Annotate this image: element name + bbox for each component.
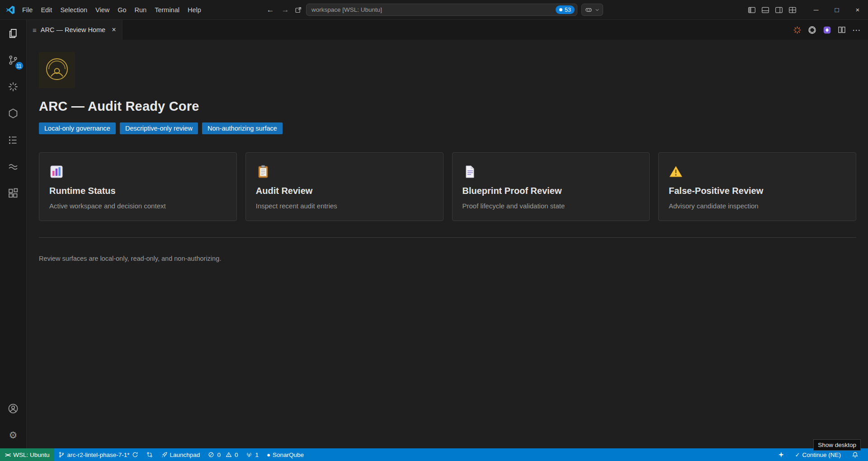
command-center-badge[interactable]: 53 <box>556 5 575 14</box>
problems-item[interactable]: 0 0 <box>204 448 242 461</box>
chevron-down-icon <box>595 8 599 12</box>
review-home-webview: ARC — Audit Ready Core Local-only govern… <box>27 40 868 262</box>
toggle-panel-icon[interactable] <box>761 6 769 14</box>
menu-terminal[interactable]: Terminal <box>151 6 184 14</box>
ports-count: 1 <box>255 452 259 458</box>
close-button[interactable]: × <box>847 0 868 19</box>
bar-chart-icon <box>49 165 64 179</box>
remote-label: WSL: Ubuntu <box>13 452 49 458</box>
forward-icon[interactable]: → <box>280 5 291 14</box>
command-center-search[interactable]: workspace [WSL: Ubuntu] 53 <box>306 4 577 16</box>
review-cards: Runtime Status Active workspace and deci… <box>39 152 856 221</box>
card-false-positive-review[interactable]: False-Positive Review Advisory candidate… <box>658 152 856 221</box>
remote-indicator[interactable]: >< WSL: Ubuntu <box>0 448 54 461</box>
chip-local-only: Local-only governance <box>39 122 116 134</box>
clipboard-icon <box>256 165 270 179</box>
badge-dot-icon <box>559 8 562 11</box>
errors-count: 0 <box>217 452 221 458</box>
check-icon: ✓ <box>795 452 800 458</box>
compare-changes-icon <box>146 452 153 458</box>
purple-extension-action-icon[interactable] <box>823 26 831 34</box>
tab-arc-review-home[interactable]: ≡ ARC — Review Home × <box>27 20 123 40</box>
split-editor-icon[interactable] <box>838 26 846 34</box>
card-subtitle: Advisory candidate inspection <box>669 202 846 210</box>
toggle-sidebar-icon[interactable] <box>748 6 756 14</box>
menu-bar: File Edit Selection View Go Run Terminal… <box>18 6 205 14</box>
editor-group: ≡ ARC — Review Home × <box>27 20 868 448</box>
governance-chips: Local-only governance Descriptive-only r… <box>39 122 856 134</box>
arc-logo <box>39 52 856 88</box>
back-icon[interactable]: ← <box>265 5 276 14</box>
title-bar-left: File Edit Selection View Go Run Terminal… <box>0 5 205 15</box>
menu-help[interactable]: Help <box>184 6 205 14</box>
menu-edit[interactable]: Edit <box>37 6 56 14</box>
toggle-secondary-sidebar-icon[interactable] <box>775 6 783 14</box>
workspace-title: workspace [WSL: Ubuntu] <box>311 6 382 13</box>
card-subtitle: Inspect recent audit entries <box>256 202 433 210</box>
sparkle-icon <box>778 452 784 458</box>
status-bar: >< WSL: Ubuntu arc-r2-lintel-phase-7-1* <box>0 448 868 461</box>
tab-close-icon[interactable]: × <box>112 26 116 34</box>
scm-badge: 11 <box>15 62 23 70</box>
status-bar-left: >< WSL: Ubuntu arc-r2-lintel-phase-7-1* <box>0 448 308 461</box>
menu-view[interactable]: View <box>91 6 113 14</box>
customize-layout-icon[interactable] <box>788 6 797 14</box>
starburst-action-icon[interactable] <box>793 26 802 34</box>
menu-go[interactable]: Go <box>113 6 130 14</box>
sonarqube-label: SonarQube <box>273 452 304 458</box>
openai-action-icon[interactable] <box>808 26 816 34</box>
editor-actions: ⋯ <box>793 20 868 40</box>
settings-gear-icon[interactable]: ⚙ <box>0 422 27 448</box>
open-window-icon[interactable] <box>295 6 302 14</box>
webview-list-icon: ≡ <box>33 26 37 34</box>
show-desktop-tooltip: Show desktop <box>813 439 861 451</box>
continue-label: Continue (NE) <box>802 452 841 458</box>
title-bar: File Edit Selection View Go Run Terminal… <box>0 0 868 20</box>
menu-selection[interactable]: Selection <box>56 6 91 14</box>
sparkle-item[interactable] <box>774 448 788 461</box>
minimize-button[interactable]: ─ <box>806 0 826 19</box>
starburst-extension-icon[interactable] <box>0 73 27 100</box>
rocket-icon <box>161 452 168 458</box>
sonarqube-item[interactable]: ● SonarQube <box>263 448 308 461</box>
hexagon-extension-icon[interactable] <box>0 100 27 127</box>
card-title: Runtime Status <box>49 186 226 196</box>
waves-extension-icon[interactable] <box>0 153 27 180</box>
card-title: Audit Review <box>256 186 433 196</box>
copilot-icon <box>585 6 592 14</box>
document-icon <box>462 165 477 179</box>
card-runtime-status[interactable]: Runtime Status Active workspace and deci… <box>39 152 237 221</box>
tab-bar: ≡ ARC — Review Home × <box>27 20 868 40</box>
section-divider <box>39 237 856 238</box>
menu-run[interactable]: Run <box>131 6 151 14</box>
warnings-icon <box>226 452 232 458</box>
badge-count: 53 <box>565 7 571 13</box>
ports-item[interactable]: 1 <box>242 448 263 461</box>
vscode-logo-icon <box>5 5 15 15</box>
sonarqube-icon: ● <box>267 452 270 458</box>
compare-changes-item[interactable] <box>142 448 157 461</box>
account-icon[interactable] <box>0 395 27 422</box>
launchpad-label: Launchpad <box>170 452 200 458</box>
explorer-icon[interactable] <box>0 20 27 47</box>
activity-bar-bottom: ⚙ <box>0 395 27 448</box>
task-list-extension-icon[interactable] <box>0 127 27 153</box>
activity-bar: 11 <box>0 20 27 448</box>
maximize-button[interactable]: □ <box>826 0 847 19</box>
chip-non-authorizing: Non-authorizing surface <box>202 122 283 134</box>
more-actions-icon[interactable]: ⋯ <box>852 25 861 35</box>
launchpad-item[interactable]: Launchpad <box>157 448 204 461</box>
copilot-dropdown[interactable] <box>581 4 603 16</box>
remote-icon: >< <box>5 452 10 458</box>
extensions-icon[interactable] <box>0 180 27 207</box>
menu-file[interactable]: File <box>18 6 37 14</box>
branch-label: arc-r2-lintel-phase-7-1* <box>67 452 129 458</box>
card-title: False-Positive Review <box>669 186 846 196</box>
card-audit-review[interactable]: Audit Review Inspect recent audit entrie… <box>245 152 443 221</box>
git-branch-item[interactable]: arc-r2-lintel-phase-7-1* <box>54 448 142 461</box>
git-branch-icon <box>58 452 65 458</box>
card-blueprint-proof-review[interactable]: Blueprint Proof Review Proof lifecycle a… <box>452 152 650 221</box>
bell-icon <box>852 452 859 458</box>
source-control-icon[interactable]: 11 <box>0 47 27 73</box>
ports-antenna-icon <box>246 452 252 458</box>
